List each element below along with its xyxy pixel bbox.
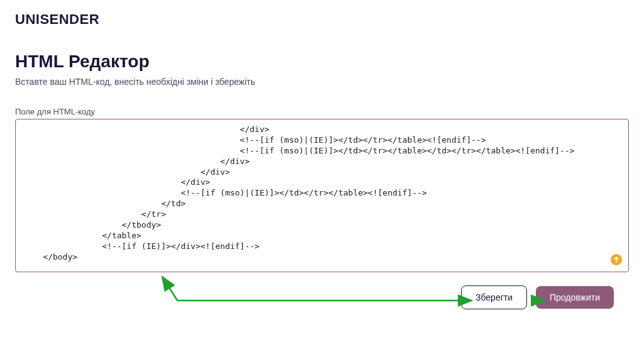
save-button[interactable]: Зберегти [461,285,527,309]
code-content[interactable]: </div> <!--[if (mso)|(IE)]></td></tr></t… [23,124,621,272]
app-logo: UNISENDER [15,11,629,28]
page-subtitle: Вставте ваш HTML-код, внесіть необхідні … [15,77,629,87]
code-field-label: Поле для HTML-коду [15,107,629,116]
continue-button[interactable]: Продовжити [536,286,614,309]
scroll-up-icon[interactable] [611,254,622,265]
action-buttons: Зберегти Продовжити [461,285,614,309]
page-title: HTML Редактор [15,52,629,72]
html-code-input[interactable]: </div> <!--[if (mso)|(IE)]></td></tr></t… [15,119,629,272]
